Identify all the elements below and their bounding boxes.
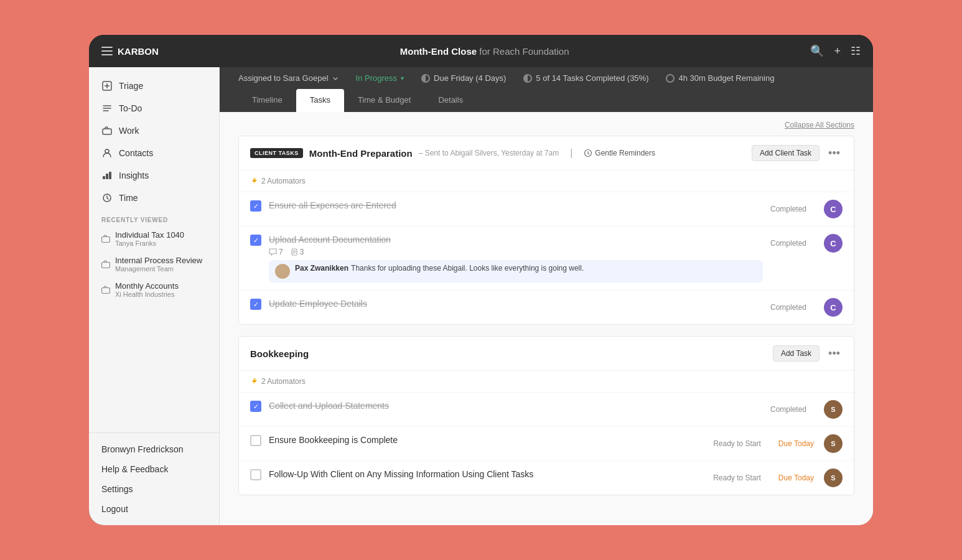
bk-task-avatar-2: S (824, 469, 843, 487)
svg-rect-4 (103, 129, 111, 134)
task-status-2: Completed (770, 303, 806, 312)
bk-task-content-2: Follow-Up With Client on Any Missing Inf… (269, 469, 706, 480)
client-tasks-meta: – Sent to Abigail Silvers, Yesterday at … (419, 149, 559, 157)
sidebar-item-time[interactable]: Time (89, 187, 219, 209)
task-content-0: Ensure all Expenses are Entered (269, 200, 763, 211)
task-checkbox-2[interactable] (250, 299, 261, 310)
tab-details[interactable]: Details (424, 89, 477, 112)
task-checkbox-1[interactable] (250, 235, 261, 246)
lightning-icon-2 (250, 378, 258, 385)
task-right-1: Completed C (770, 234, 843, 253)
add-client-task-button[interactable]: Add Client Task (752, 145, 820, 161)
tab-time-budget[interactable]: Time & Budget (344, 89, 425, 112)
bk-task-status-0: Completed (770, 405, 806, 414)
top-bar: KARBON Month-End Close for Reach Foundat… (89, 35, 873, 67)
page-title: Month-End Close for Reach Foundation (159, 46, 811, 57)
bookkeeping-automators: 2 Automators (239, 371, 854, 393)
task-avatar-2: C (824, 298, 843, 317)
bookkeeping-more-button[interactable]: ••• (826, 347, 843, 360)
sidebar: Triage To-Do Work (89, 67, 220, 525)
sidebar-logout[interactable]: Logout (89, 499, 219, 519)
bk-task-content-0: Collect and Upload Statements (269, 400, 763, 411)
task-row: Update Employee Details Completed C (239, 291, 854, 324)
bk-task-name-1: Ensure Bookkeeping is Complete (269, 435, 398, 445)
svg-rect-7 (106, 174, 108, 179)
tasks-label: 5 of 14 Tasks Completed (35%) (536, 73, 648, 83)
assigned-to[interactable]: Assigned to Sara Goepel (238, 73, 339, 83)
add-task-button[interactable]: Add Task (773, 345, 820, 362)
sidebar-item-contacts[interactable]: Contacts (89, 142, 219, 164)
sidebar-item-triage[interactable]: Triage (89, 75, 219, 97)
task-row: Upload Account Documentation 7 3 (239, 226, 854, 291)
logo: KARBON (101, 46, 159, 57)
tab-tasks[interactable]: Tasks (296, 89, 344, 112)
gentle-reminders-btn[interactable]: Gentle Reminders (584, 149, 655, 157)
bk-task-checkbox-0[interactable] (250, 401, 261, 412)
collapse-all-link[interactable]: Collapse All Sections (785, 121, 854, 129)
main-content: Assigned to Sara Goepel In Progress ▾ Du… (220, 67, 873, 525)
client-tasks-automators: 2 Automators (239, 170, 854, 192)
task-name-1: Upload Account Documentation (269, 235, 391, 245)
bk-task-right-0: Completed S (770, 400, 843, 419)
budget-remaining: 4h 30m Budget Remaining (666, 73, 774, 83)
bk-task-avatar-0: S (824, 400, 843, 419)
svg-rect-0 (101, 47, 113, 48)
lightning-icon (250, 177, 258, 185)
svg-rect-11 (102, 262, 110, 268)
task-right-2: Completed C (770, 298, 843, 317)
budget-label: 4h 30m Budget Remaining (678, 73, 774, 83)
bk-task-due-2: Due Today (778, 474, 814, 482)
recent-item-1[interactable]: Internal Process Review Management Team (89, 251, 219, 277)
bk-task-due-1: Due Today (778, 439, 814, 448)
sidebar-help[interactable]: Help & Feedback (89, 459, 219, 479)
task-right-0: Completed C (770, 200, 843, 218)
sidebar-item-insights[interactable]: Insights (89, 164, 219, 187)
search-icon[interactable]: 🔍 (810, 44, 824, 58)
sidebar-item-todo[interactable]: To-Do (89, 97, 219, 119)
status-display[interactable]: In Progress ▾ (356, 73, 404, 83)
status-label: In Progress (356, 73, 397, 83)
budget-icon (666, 74, 675, 83)
task-checkbox-0[interactable] (250, 200, 261, 212)
grid-icon[interactable]: ☷ (851, 44, 861, 58)
client-tasks-more-button[interactable]: ••• (826, 147, 843, 160)
sidebar-item-todo-label: To-Do (119, 103, 142, 113)
menu-icon[interactable] (101, 47, 113, 55)
bk-task-checkbox-1[interactable] (250, 435, 261, 446)
attachment-icon (291, 248, 298, 256)
add-icon[interactable]: + (834, 45, 841, 58)
list-icon (101, 103, 113, 114)
task-comment: Pax ZwanikkenThanks for uploading these … (269, 260, 763, 282)
svg-point-5 (105, 149, 109, 153)
sidebar-item-work[interactable]: Work (89, 119, 219, 142)
assigned-label: Assigned to Sara Goepel (238, 73, 329, 83)
task-status-0: Completed (770, 205, 806, 213)
svg-rect-1 (101, 50, 113, 52)
due-label: Due Friday (4 Days) (434, 73, 506, 83)
work-icon-small2 (101, 260, 110, 269)
recent-item-2-title: Monthly Accounts (115, 281, 179, 291)
person-icon (101, 147, 113, 159)
sidebar-item-insights-label: Insights (119, 170, 149, 180)
bk-task-checkbox-2[interactable] (250, 469, 261, 480)
main-tabs: Timeline Tasks Time & Budget Details (220, 89, 873, 112)
recent-item-0-sub: Tanya Franks (115, 240, 184, 247)
recent-item-1-sub: Management Team (115, 265, 202, 273)
tab-timeline[interactable]: Timeline (238, 89, 296, 112)
sidebar-nav: Triage To-Do Work (89, 67, 219, 432)
recent-item-2[interactable]: Monthly Accounts Xi Health Industries (89, 277, 219, 302)
top-bar-actions: 🔍 + ☷ (810, 44, 861, 58)
bk-task-right-1: Ready to Start Due Today S (713, 434, 843, 453)
task-name-0: Ensure all Expenses are Entered (269, 200, 396, 210)
sub-header: Assigned to Sara Goepel In Progress ▾ Du… (220, 67, 873, 89)
sidebar-item-time-label: Time (119, 193, 138, 203)
sidebar-settings[interactable]: Settings (89, 479, 219, 499)
client-tasks-actions: Add Client Task ••• (752, 145, 843, 161)
sidebar-user[interactable]: Bronwyn Fredrickson (89, 439, 219, 459)
triage-icon (101, 80, 113, 91)
svg-rect-6 (103, 176, 105, 179)
recent-item-2-sub: Xi Health Industries (115, 291, 179, 298)
recent-item-0[interactable]: Individual Tax 1040 Tanya Franks (89, 226, 219, 251)
commenter-avatar (275, 264, 290, 279)
speech-icon (269, 248, 277, 256)
